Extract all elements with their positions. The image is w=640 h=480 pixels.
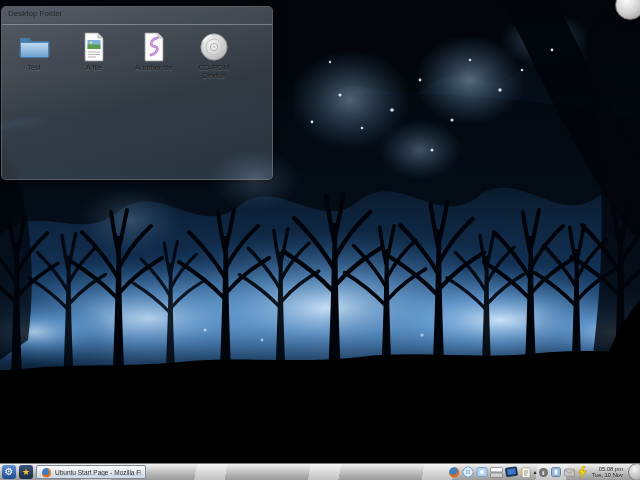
klipper-clipboard-icon[interactable] <box>520 466 532 478</box>
star-icon: ★ <box>22 468 30 477</box>
show-desktop-button[interactable]: ★ <box>19 465 33 479</box>
image-document-icon <box>77 31 111 63</box>
desktop-icon-another-file[interactable]: Another file <box>130 31 178 80</box>
clock-date: Tue, 10 Nov <box>592 472 623 479</box>
folder-view-items: Test A file <box>2 24 272 80</box>
up-arrow-icon: ▴ <box>534 469 537 475</box>
icon-label: A file <box>86 64 102 72</box>
digital-clock[interactable]: 05:08 pm Tue, 10 Nov <box>589 466 626 479</box>
tray-expander-icon[interactable]: ▴ <box>534 469 537 475</box>
task-button-firefox[interactable]: Ubuntu Start Page - Mozilla Firefox <box>36 465 146 479</box>
desktop: .tr{fill:#01040a} .br{fill:none;stroke:#… <box>0 0 640 480</box>
notifications-icon[interactable] <box>564 468 575 477</box>
power-bolt-icon[interactable] <box>577 466 587 479</box>
info-letter: i <box>539 468 548 477</box>
kde-gear-icon: ⚙ <box>5 467 14 477</box>
desktop-icon-cdrom-device[interactable]: CD-ROM Device <box>190 31 238 80</box>
taskbar-panel: ⚙ ★ Ubuntu Start Page - Mozilla Firefox <box>0 463 640 480</box>
desktop-icon-a-file[interactable]: A file <box>70 31 118 80</box>
vector-document-icon <box>137 31 171 63</box>
info-icon[interactable]: i <box>539 468 548 477</box>
firefox-icon <box>41 467 52 478</box>
cdrom-disc-icon <box>197 31 231 63</box>
folder-icon <box>17 31 51 63</box>
kickoff-launcher-button[interactable]: ⚙ <box>2 465 16 479</box>
icon-label: CD-ROM Device <box>190 64 238 80</box>
messenger-icon[interactable] <box>476 466 488 478</box>
folder-view-title: Desktop Folder <box>2 7 272 24</box>
display-icon[interactable] <box>505 466 518 478</box>
device-notifier-icon[interactable] <box>550 466 562 478</box>
desktop-icon-test[interactable]: Test <box>10 31 58 80</box>
folder-view-widget[interactable]: Desktop Folder Test <box>2 7 272 179</box>
pager-widget[interactable] <box>490 467 503 478</box>
task-button-label: Ubuntu Start Page - Mozilla Firefox <box>55 469 141 476</box>
icon-label: Test <box>27 64 41 72</box>
panel-toolbox-cashew[interactable] <box>628 463 640 480</box>
icon-label: Another file <box>135 64 173 72</box>
konqueror-icon[interactable] <box>462 466 474 478</box>
panel-left: ⚙ ★ Ubuntu Start Page - Mozilla Firefox <box>2 464 146 480</box>
panel-right: ▴ i 0 <box>448 464 638 480</box>
firefox-tray-icon[interactable] <box>448 466 460 478</box>
